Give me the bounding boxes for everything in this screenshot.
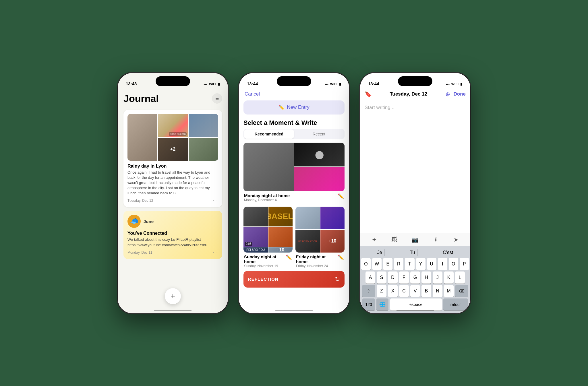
phone-new-entry: 13:44 ▪▪▪ WiFi ▮ Cancel ✏️ New Entry Sel… <box>238 72 350 314</box>
edit-icon-monday[interactable]: ✏️ <box>338 193 344 199</box>
edit-icon-friday[interactable]: ✏️ <box>338 254 344 261</box>
moments-grid: ⬤ ♪ +9 Monday night at home Mon <box>239 143 349 207</box>
sm-img-dark: PEI BRO FOU <box>243 247 268 253</box>
entry-footer-lyon: Tuesday, Dec 12 ··· <box>127 198 218 203</box>
key-d[interactable]: D <box>388 271 398 284</box>
audio-icon[interactable]: 🎙 <box>433 236 439 243</box>
tab-recent[interactable]: Recent <box>294 129 344 139</box>
moment-card-monday[interactable]: ⬤ ♪ +9 Monday night at home Mon <box>243 143 345 202</box>
key-b[interactable]: B <box>421 285 431 297</box>
image-icon[interactable]: 🖼 <box>391 236 397 243</box>
video-duration: 0:05 <box>245 242 252 246</box>
entry-more-lyon[interactable]: ··· <box>213 198 218 203</box>
writing-area[interactable]: Start writing... <box>360 100 470 233</box>
sm-img-darkred: DE DESOLATION <box>295 230 320 253</box>
moments-row2: BASELI 0:05 PEI BRO FOU +10 Sunday night… <box>239 207 349 268</box>
battery-icon: ▮ <box>218 82 220 86</box>
newentry-topbar: Cancel <box>239 88 349 99</box>
fab-add-button[interactable]: + <box>165 288 181 304</box>
key-a[interactable]: A <box>365 271 375 284</box>
key-h[interactable]: H <box>421 271 431 284</box>
home-indicator-1 <box>154 310 192 311</box>
key-j[interactable]: J <box>433 271 442 284</box>
moment-images-sunday: BASELI 0:05 PEI BRO FOU +10 <box>243 207 293 253</box>
segment-control: Recommended Recent <box>243 129 345 139</box>
moment-info-friday: Friday night at home Friday, November 24 <box>296 254 338 268</box>
home-indicator-2 <box>275 310 313 311</box>
new-entry-pencil-icon: ✏️ <box>278 104 285 110</box>
num-key[interactable]: 123 <box>362 298 375 311</box>
connection-body: We talked about this cozy Lo-Fi LotR pla… <box>127 237 218 247</box>
connection-more[interactable]: ··· <box>213 250 218 255</box>
key-y[interactable]: Y <box>416 258 425 270</box>
writing-toolbar: ✦ 🖼 📷 🎙 ➤ <box>360 233 470 246</box>
key-r[interactable]: R <box>394 258 403 270</box>
connection-title: You've Connected <box>127 231 218 236</box>
key-o[interactable]: O <box>449 258 458 270</box>
status-time-2: 13:44 <box>247 81 258 86</box>
sm-img-sky <box>295 207 320 229</box>
reflection-card[interactable]: REFLECTION ↻ <box>243 271 345 288</box>
dynamic-island-3 <box>398 76 432 86</box>
avatar: 🧢 <box>127 215 141 228</box>
key-c[interactable]: C <box>399 285 409 297</box>
map-location-name: Carle Quentin <box>169 132 187 136</box>
autocomplete-cest[interactable]: C'est <box>440 249 455 256</box>
key-l[interactable]: L <box>455 271 465 284</box>
key-z[interactable]: Z <box>377 285 386 297</box>
send-icon[interactable]: ➤ <box>454 236 459 243</box>
key-m[interactable]: M <box>444 285 454 297</box>
signal-icon: ▪▪▪ <box>204 82 207 86</box>
sm-img-purple2 <box>320 207 345 229</box>
moment-card-sunday[interactable]: BASELI 0:05 PEI BRO FOU +10 Sunday night… <box>243 207 293 268</box>
home-indicator-3 <box>396 310 434 311</box>
key-e[interactable]: E <box>383 258 392 270</box>
shift-key[interactable]: ⇧ <box>362 285 375 297</box>
key-f[interactable]: F <box>399 271 409 284</box>
menu-icon[interactable]: ☰ <box>212 93 222 104</box>
sm-img-gold-count: +10 <box>268 247 293 253</box>
done-button[interactable]: Done <box>454 91 466 97</box>
key-u[interactable]: U <box>427 258 436 270</box>
magic-icon[interactable]: ✦ <box>372 236 377 243</box>
sm-img-blue: BASELI <box>268 207 293 226</box>
more-options-icon[interactable]: ⊕ <box>445 91 450 98</box>
moment-info-sunday: Sunday night at home Sunday, November 19 <box>244 254 286 268</box>
moment-img-cat <box>243 143 294 191</box>
new-entry-button[interactable]: ✏️ New Entry <box>243 100 345 115</box>
key-k[interactable]: K <box>444 271 454 284</box>
key-x[interactable]: X <box>388 285 398 297</box>
key-row-1: Q W E R T Y U I O P <box>361 258 469 270</box>
key-q[interactable]: Q <box>361 258 371 270</box>
globe-key[interactable]: 🌐 <box>376 298 388 311</box>
key-g[interactable]: G <box>410 271 420 284</box>
cancel-button[interactable]: Cancel <box>245 91 260 97</box>
key-w[interactable]: W <box>372 258 382 270</box>
tab-recommended[interactable]: Recommended <box>244 129 294 139</box>
moment-date-friday: Friday, November 24 <box>296 264 338 268</box>
key-n[interactable]: N <box>433 285 442 297</box>
moment-img-pink <box>294 167 345 191</box>
bookmark-icon[interactable]: 🔖 <box>365 91 372 98</box>
connection-card[interactable]: 🧢 June You've Connected We talked about … <box>123 211 222 259</box>
moment-card-friday[interactable]: DE DESOLATION +10 Friday night at home F… <box>295 207 345 268</box>
delete-key[interactable]: ⌫ <box>455 285 468 297</box>
autocomplete-tu[interactable]: Tu <box>407 249 417 256</box>
moment-footer-sunday: Sunday night at home Sunday, November 19… <box>243 253 293 268</box>
key-i[interactable]: I <box>438 258 447 270</box>
camera-icon[interactable]: 📷 <box>411 236 419 243</box>
entry-card-lyon[interactable]: Carle Quentin +2 Rainy day in Lyon Once … <box>123 110 222 207</box>
key-p[interactable]: P <box>460 258 469 270</box>
sm-img-purple: 0:05 <box>243 227 268 247</box>
key-t[interactable]: T <box>405 258 414 270</box>
edit-icon-sunday[interactable]: ✏️ <box>286 254 292 261</box>
writing-content: 🔖 Tuesday, Dec 12 ⊕ Done Start writing..… <box>360 88 470 313</box>
key-s[interactable]: S <box>377 271 386 284</box>
sm-img-orange <box>268 227 293 247</box>
writing-actions: ⊕ Done <box>445 91 466 98</box>
autocomplete-je[interactable]: Je <box>375 249 385 256</box>
space-key[interactable]: espace <box>390 298 442 311</box>
key-v[interactable]: V <box>410 285 420 297</box>
return-key[interactable]: retour <box>443 298 468 311</box>
writing-date: Tuesday, Dec 12 <box>390 91 427 97</box>
